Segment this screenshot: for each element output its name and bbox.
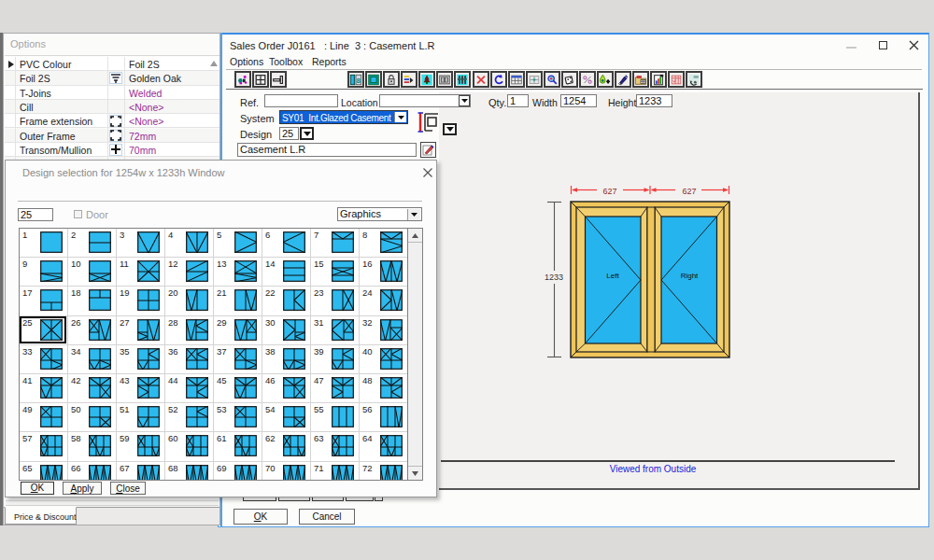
svg-text:Left: Left: [606, 272, 619, 280]
svg-text:8: 8: [357, 77, 361, 85]
svg-text:627: 627: [602, 187, 616, 196]
svg-text:1233: 1233: [545, 273, 563, 282]
svg-text:Right: Right: [681, 272, 699, 280]
svg-text:627: 627: [682, 187, 696, 196]
